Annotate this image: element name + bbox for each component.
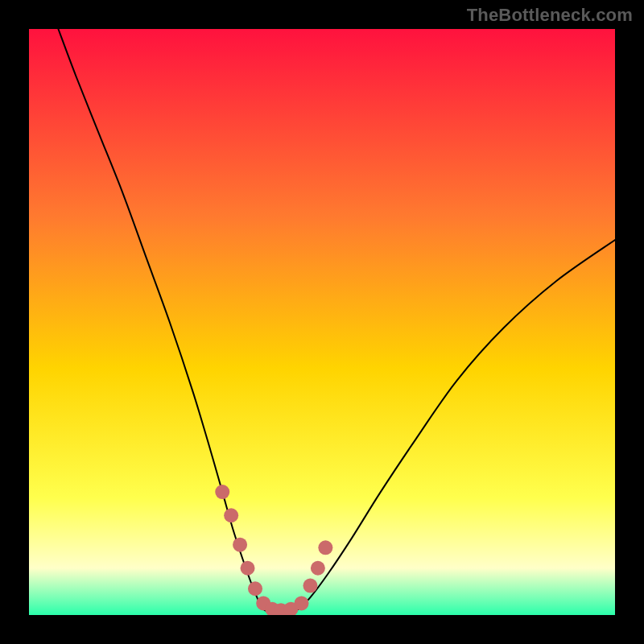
- marker-dot: [248, 581, 262, 596]
- marker-dot: [215, 485, 229, 499]
- plot-area: [29, 29, 615, 615]
- marker-dot: [224, 508, 238, 522]
- marker-dot: [295, 596, 309, 610]
- chart-frame: TheBottleneck.com: [0, 0, 644, 644]
- marker-dot: [318, 540, 332, 555]
- marker-dot: [303, 579, 317, 593]
- plot-svg: [29, 29, 615, 615]
- gradient-background: [29, 29, 615, 615]
- watermark-text: TheBottleneck.com: [467, 5, 633, 26]
- marker-dot: [233, 538, 247, 552]
- marker-dot: [311, 561, 325, 576]
- marker-dot: [241, 561, 255, 576]
